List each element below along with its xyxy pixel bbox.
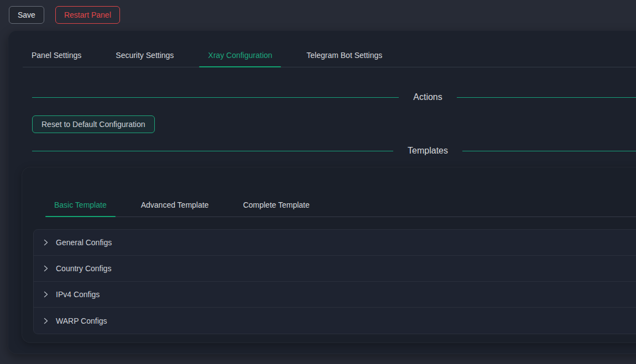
- save-button[interactable]: Save: [9, 6, 44, 24]
- tab-telegram-bot-settings[interactable]: Telegram Bot Settings: [298, 44, 391, 67]
- tab-security-settings[interactable]: Security Settings: [107, 44, 183, 67]
- templates-card: Basic Template Advanced Template Complet…: [22, 167, 636, 343]
- templates-divider-label: Templates: [393, 146, 462, 156]
- tab-basic-template[interactable]: Basic Template: [45, 194, 116, 217]
- collapse-warp-configs[interactable]: WARP Configs: [34, 308, 636, 334]
- tab-advanced-template[interactable]: Advanced Template: [132, 194, 218, 217]
- tab-panel-settings[interactable]: Panel Settings: [23, 44, 90, 67]
- divider-line: [32, 151, 393, 151]
- divider-line: [462, 151, 636, 151]
- collapse-general-configs[interactable]: General Configs: [34, 230, 636, 256]
- template-tabbar: Basic Template Advanced Template Complet…: [45, 194, 636, 217]
- chevron-right-icon: [43, 291, 49, 298]
- collapse-row-label: IPv4 Configs: [56, 290, 100, 299]
- chevron-right-icon: [43, 318, 49, 324]
- settings-tabbar: Panel Settings Security Settings Xray Co…: [23, 44, 636, 67]
- settings-card: Panel Settings Security Settings Xray Co…: [8, 30, 636, 354]
- toolbar: Save Restart Panel: [0, 0, 636, 30]
- collapse-row-label: Country Configs: [56, 264, 111, 273]
- chevron-right-icon: [43, 239, 49, 246]
- collapse-ipv4-configs[interactable]: IPv4 Configs: [34, 282, 636, 308]
- tab-complete-template[interactable]: Complete Template: [234, 194, 318, 217]
- divider-line: [32, 97, 399, 98]
- chevron-right-icon: [43, 265, 49, 272]
- actions-divider: Actions: [32, 91, 636, 104]
- config-collapse-list: General Configs Country Configs IPv4 Con…: [33, 229, 636, 334]
- actions-divider-label: Actions: [399, 92, 456, 102]
- templates-divider: Templates: [32, 144, 636, 157]
- divider-line: [457, 97, 636, 98]
- tab-xray-configuration[interactable]: Xray Configuration: [199, 44, 281, 67]
- collapse-country-configs[interactable]: Country Configs: [34, 256, 636, 282]
- restart-panel-button[interactable]: Restart Panel: [55, 6, 120, 24]
- reset-default-configuration-button[interactable]: Reset to Default Configuration: [32, 115, 155, 133]
- collapse-row-label: WARP Configs: [56, 316, 107, 325]
- collapse-row-label: General Configs: [56, 238, 112, 247]
